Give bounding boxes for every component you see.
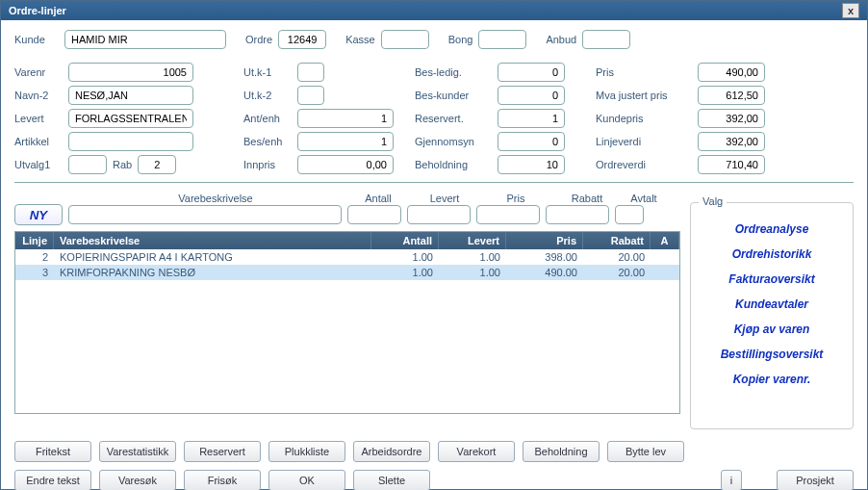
bong-label: Bong bbox=[448, 34, 473, 45]
varekort-button[interactable]: Varekort bbox=[438, 441, 515, 462]
th-a: A bbox=[651, 232, 679, 249]
entry-rabatt[interactable] bbox=[546, 205, 609, 224]
slette-button[interactable]: Slette bbox=[353, 470, 430, 490]
varenr-label: Varenr bbox=[14, 66, 63, 78]
anbud-label: Anbud bbox=[546, 34, 576, 45]
content: Kunde Ordre Kasse Bong Anbud Varenr Ut.k… bbox=[1, 20, 867, 490]
varesok-button[interactable]: Varesøk bbox=[99, 470, 176, 490]
prosjekt-button[interactable]: Prosjekt bbox=[777, 470, 854, 490]
ok-button[interactable]: OK bbox=[268, 470, 345, 490]
window-title: Ordre-linjer bbox=[9, 5, 66, 16]
valg-link-bestillingsoversikt[interactable]: Bestillingsoversikt bbox=[695, 348, 849, 361]
endre-tekst-button[interactable]: Endre tekst bbox=[14, 470, 91, 490]
navn2-label: Navn-2 bbox=[14, 90, 63, 101]
utvalg1-label: Utvalg1 bbox=[14, 159, 63, 170]
th-vare: Varebeskrivelse bbox=[54, 232, 371, 249]
th-levert: Levert bbox=[439, 232, 506, 249]
th-rabatt: Rabatt bbox=[583, 232, 651, 249]
frisok-button[interactable]: Frisøk bbox=[184, 470, 261, 490]
besenh-label: Bes/enh bbox=[243, 136, 292, 147]
th-linje: Linje bbox=[15, 232, 54, 249]
col-antall: Antall bbox=[349, 193, 407, 204]
valg-panel: Valg Ordreanalyse Ordrehistorikk Faktura… bbox=[690, 202, 854, 429]
gjennomsyn-input[interactable] bbox=[498, 132, 565, 151]
button-rows: Fritekst Varestatistikk Reservert Plukkl… bbox=[14, 441, 854, 490]
ordre-input[interactable] bbox=[278, 30, 326, 49]
separator bbox=[14, 182, 854, 183]
valg-link-ordrehistorikk[interactable]: Ordrehistorikk bbox=[695, 247, 849, 261]
artikkel-label: Artikkel bbox=[14, 136, 63, 147]
kasse-input[interactable] bbox=[381, 30, 429, 49]
col-varebeskrivelse: Varebeskrivelse bbox=[86, 193, 345, 204]
valg-link-fakturaoversikt[interactable]: Fakturaoversikt bbox=[695, 272, 849, 286]
mva-label: Mva justert pris bbox=[596, 90, 692, 101]
rab-label: Rab bbox=[113, 159, 132, 170]
anbud-input[interactable] bbox=[582, 30, 630, 49]
order-lines-table[interactable]: Linje Varebeskrivelse Antall Levert Pris… bbox=[14, 231, 680, 414]
kasse-label: Kasse bbox=[345, 34, 375, 45]
col-pris: Pris bbox=[482, 193, 549, 204]
reservert-label: Reservert. bbox=[415, 113, 492, 124]
rab-input[interactable] bbox=[138, 155, 176, 174]
besenh-input[interactable] bbox=[297, 132, 394, 151]
valg-link-ordreanalyse[interactable]: Ordreanalyse bbox=[695, 222, 849, 236]
linjeverdi-input[interactable] bbox=[698, 132, 765, 151]
arbeidsordre-button[interactable]: Arbeidsordre bbox=[353, 441, 430, 462]
varenr-input[interactable] bbox=[68, 63, 193, 82]
table-row[interactable]: 2 KOPIERINGSPAPIR A4 I KARTONG 1.00 1.00… bbox=[15, 249, 679, 265]
ordreverdi-input[interactable] bbox=[698, 155, 765, 174]
antenh-input[interactable] bbox=[297, 109, 394, 128]
plukkliste-button[interactable]: Plukkliste bbox=[268, 441, 345, 462]
mva-input[interactable] bbox=[698, 86, 765, 105]
entry-avtalt[interactable] bbox=[615, 205, 644, 224]
info-button[interactable]: i bbox=[721, 470, 742, 490]
navn2-input[interactable] bbox=[68, 86, 193, 105]
innpris-label: Innpris bbox=[243, 159, 292, 170]
col-levert: Levert bbox=[411, 193, 478, 204]
th-antall: Antall bbox=[371, 232, 439, 249]
entry-levert[interactable] bbox=[407, 205, 471, 224]
beskunder-label: Bes-kunder bbox=[415, 90, 492, 101]
table-row[interactable]: 3 KRIMFORPAKNING NESBØ 1.00 1.00 490.00 … bbox=[15, 265, 679, 280]
utk1-input[interactable] bbox=[297, 63, 324, 82]
valg-link-kundeavtaler[interactable]: Kundeavtaler bbox=[695, 297, 849, 311]
fritekst-button[interactable]: Fritekst bbox=[14, 441, 91, 462]
beskunder-input[interactable] bbox=[498, 86, 565, 105]
bong-input[interactable] bbox=[478, 30, 526, 49]
artikkel-input[interactable] bbox=[68, 132, 193, 151]
gjennomsyn-label: Gjennomsyn bbox=[415, 136, 492, 147]
levert-input[interactable] bbox=[68, 109, 193, 128]
valg-link-kjop-av-varen[interactable]: Kjøp av varen bbox=[695, 322, 849, 336]
entry-pris[interactable] bbox=[476, 205, 540, 224]
valg-link-kopier-varenr[interactable]: Kopier varenr. bbox=[695, 373, 849, 386]
utvalg1-input[interactable] bbox=[68, 155, 107, 174]
varestatistikk-button[interactable]: Varestatistikk bbox=[99, 441, 176, 462]
ny-button[interactable]: NY bbox=[14, 204, 63, 225]
beholdning-button[interactable]: Beholdning bbox=[523, 441, 600, 462]
bytte-lev-button[interactable]: Bytte lev bbox=[607, 441, 684, 462]
utk2-input[interactable] bbox=[297, 86, 324, 105]
entry-varebeskrivelse[interactable] bbox=[68, 205, 342, 224]
levert-label: Levert bbox=[14, 113, 63, 124]
ordre-label: Ordre bbox=[245, 34, 272, 45]
reservert-input[interactable] bbox=[498, 109, 565, 128]
pris-input[interactable] bbox=[698, 63, 765, 82]
innpris-input[interactable] bbox=[297, 155, 394, 174]
pris-label: Pris bbox=[596, 66, 692, 78]
kunde-label: Kunde bbox=[14, 34, 59, 45]
utk2-label: Ut.k-2 bbox=[243, 90, 292, 101]
kundepris-input[interactable] bbox=[698, 109, 765, 128]
titlebar: Ordre-linjer x bbox=[1, 1, 867, 20]
kundepris-label: Kundepris bbox=[596, 113, 692, 124]
utk1-label: Ut.k-1 bbox=[243, 66, 292, 78]
close-icon[interactable]: x bbox=[842, 3, 859, 18]
besledig-input[interactable] bbox=[498, 63, 565, 82]
linjeverdi-label: Linjeverdi bbox=[596, 136, 692, 147]
top-row: Kunde Ordre Kasse Bong Anbud bbox=[14, 30, 854, 49]
beholdning-input[interactable] bbox=[498, 155, 565, 174]
entry-antall[interactable] bbox=[347, 205, 401, 224]
antenh-label: Ant/enh bbox=[243, 113, 292, 124]
kunde-input[interactable] bbox=[64, 30, 226, 49]
valg-title: Valg bbox=[699, 195, 727, 207]
reservert-button[interactable]: Reservert bbox=[184, 441, 261, 462]
